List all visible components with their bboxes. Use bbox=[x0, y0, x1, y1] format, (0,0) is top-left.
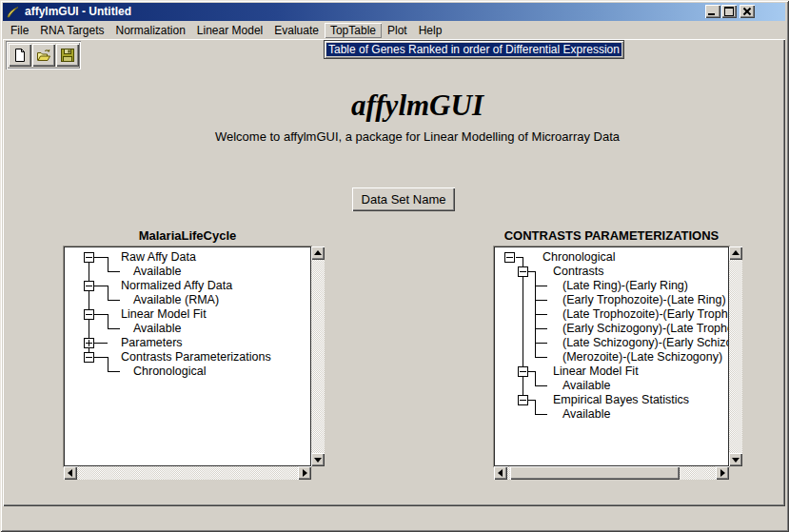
menu-toptable-label: TopTable bbox=[330, 24, 376, 37]
save-floppy-icon bbox=[60, 48, 75, 63]
tree-node[interactable]: Linear Model Fit bbox=[553, 365, 639, 378]
scroll-trough[interactable] bbox=[729, 260, 742, 453]
tree-node[interactable]: Contrasts Parameterizations bbox=[121, 350, 271, 364]
scroll-up-button[interactable] bbox=[729, 246, 742, 260]
tree-node[interactable]: Available bbox=[133, 265, 182, 278]
welcome-text: Welcome to affylmGUI, a package for Line… bbox=[23, 129, 789, 144]
expander-minus-icon[interactable] bbox=[84, 252, 94, 263]
scroll-thumb[interactable] bbox=[510, 466, 680, 480]
scroll-right-button[interactable] bbox=[716, 466, 729, 480]
scroll-down-button[interactable] bbox=[311, 453, 325, 466]
tree-node[interactable]: (Merozoite)-(Late Schizogony) bbox=[562, 350, 722, 364]
menu-file[interactable]: File bbox=[5, 23, 34, 38]
tree-node[interactable]: Available bbox=[562, 379, 611, 392]
menu-normalization[interactable]: Normalization bbox=[110, 23, 191, 38]
scroll-left-button[interactable] bbox=[494, 466, 507, 480]
scroll-up-button[interactable] bbox=[311, 246, 325, 260]
tree-node[interactable]: Parameters bbox=[121, 336, 183, 349]
app-feather-icon bbox=[6, 6, 21, 19]
arrow-right-icon bbox=[303, 469, 307, 477]
arrow-left-icon bbox=[68, 469, 72, 477]
tree-node[interactable]: (Late Ring)-(Early Ring) bbox=[562, 279, 688, 292]
maximize-icon bbox=[724, 7, 734, 16]
scroll-trough[interactable] bbox=[507, 466, 716, 480]
expander-minus-icon[interactable] bbox=[84, 309, 94, 320]
toptable-dropdown-menu: Table of Genes Ranked in order of Differ… bbox=[324, 40, 624, 59]
expander-minus-icon[interactable] bbox=[518, 266, 528, 277]
close-icon bbox=[740, 5, 755, 18]
expander-plus-icon[interactable] bbox=[84, 338, 94, 348]
arrow-up-icon bbox=[314, 250, 322, 255]
menu-linear-model[interactable]: Linear Model bbox=[191, 23, 268, 38]
tree-node[interactable]: (Late Schizogony)-(Early Schizogony) bbox=[562, 336, 729, 349]
menu-evaluate[interactable]: Evaluate bbox=[268, 23, 325, 38]
scroll-trough[interactable] bbox=[77, 466, 298, 480]
minimize-button[interactable] bbox=[705, 5, 720, 18]
window-title: affylmGUI - Untitled bbox=[25, 3, 131, 21]
tree-node[interactable]: Contrasts bbox=[553, 265, 604, 278]
tree-node[interactable]: Available (RMA) bbox=[133, 293, 219, 306]
tree-node[interactable]: (Early Schizogony)-(Late Trophozoite) bbox=[562, 322, 729, 335]
right-tree-title: CONTRASTS PARAMETERIZATIONS bbox=[494, 228, 729, 243]
arrow-right-icon bbox=[720, 469, 725, 477]
menu-bar: File RNA Targets Normalization Linear Mo… bbox=[3, 21, 787, 39]
save-file-button[interactable] bbox=[56, 44, 79, 67]
menu-item-table-of-genes[interactable]: Table of Genes Ranked in order of Differ… bbox=[326, 43, 621, 56]
expander-minus-icon[interactable] bbox=[504, 252, 515, 263]
scroll-trough[interactable] bbox=[311, 260, 325, 453]
arrow-up-icon bbox=[732, 250, 740, 255]
tree-node[interactable]: (Early Trophozoite)-(Late Ring) bbox=[562, 293, 726, 306]
expander-minus-icon[interactable] bbox=[518, 395, 528, 405]
open-file-button[interactable] bbox=[32, 44, 55, 67]
menu-plot[interactable]: Plot bbox=[382, 23, 413, 38]
new-file-button[interactable] bbox=[9, 44, 31, 67]
arrow-left-icon bbox=[498, 469, 503, 477]
titlebar[interactable]: affylmGUI - Untitled bbox=[3, 3, 785, 21]
close-button[interactable] bbox=[740, 5, 755, 18]
new-file-icon bbox=[12, 48, 28, 63]
tree-node[interactable]: Chronological bbox=[542, 250, 615, 264]
data-set-name-button[interactable]: Data Set Name bbox=[352, 187, 455, 211]
left-tree: Raw Affy Data Available Normalized Affy … bbox=[64, 246, 311, 466]
tree-node[interactable]: Chronological bbox=[133, 365, 206, 378]
tree-node[interactable]: Raw Affy Data bbox=[121, 250, 196, 264]
left-tree-horizontal-scrollbar[interactable] bbox=[64, 466, 311, 480]
app-heading: affylmGUI bbox=[23, 89, 789, 123]
arrow-down-icon bbox=[732, 458, 740, 463]
expander-minus-icon[interactable] bbox=[84, 352, 94, 363]
menu-toptable[interactable]: TopTable Table of Genes Ranked in order … bbox=[325, 23, 382, 38]
expander-minus-icon[interactable] bbox=[518, 366, 528, 377]
tree-node[interactable]: Available bbox=[562, 407, 611, 421]
scroll-right-button[interactable] bbox=[298, 466, 311, 480]
toolbar bbox=[6, 41, 81, 69]
maximize-button[interactable] bbox=[721, 5, 737, 18]
tree-node[interactable]: Empirical Bayes Statistics bbox=[553, 393, 689, 406]
left-tree-vertical-scrollbar[interactable] bbox=[311, 246, 325, 466]
menu-help[interactable]: Help bbox=[413, 23, 448, 38]
tree-node[interactable]: Available bbox=[133, 322, 182, 335]
expander-minus-icon[interactable] bbox=[84, 281, 94, 291]
left-tree-title: MalariaLifeCycle bbox=[64, 228, 311, 243]
tree-node[interactable]: Normalized Affy Data bbox=[121, 279, 232, 292]
minimize-icon bbox=[708, 13, 715, 15]
scroll-left-button[interactable] bbox=[64, 466, 77, 480]
scroll-down-button[interactable] bbox=[729, 453, 742, 466]
tree-node[interactable]: Linear Model Fit bbox=[121, 307, 207, 321]
right-tree-horizontal-scrollbar[interactable] bbox=[494, 466, 729, 480]
menu-rna-targets[interactable]: RNA Targets bbox=[34, 23, 109, 38]
app-window: affylmGUI - Untitled File RNA Targets No… bbox=[0, 0, 789, 532]
right-tree-vertical-scrollbar[interactable] bbox=[729, 246, 742, 466]
right-tree: Chronological Contrasts (Late Ring)-(Ear… bbox=[494, 246, 729, 466]
open-folder-icon bbox=[36, 48, 51, 63]
arrow-down-icon bbox=[314, 458, 322, 463]
tree-node[interactable]: (Late Trophozoite)-(Early Trophozoite) bbox=[562, 307, 729, 321]
